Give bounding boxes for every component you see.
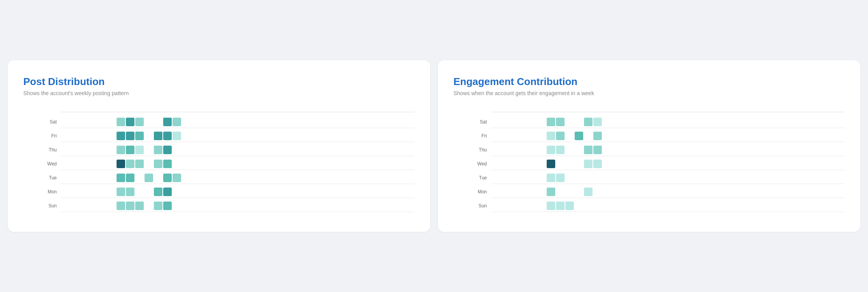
chart-cell (135, 118, 144, 126)
chart-cell (61, 188, 69, 196)
chart-cell (135, 188, 144, 196)
chart-cell (163, 188, 172, 196)
chart-cell (547, 118, 555, 126)
chart-cell (584, 202, 593, 210)
table-row: Mon (472, 185, 845, 198)
chart-cell (89, 188, 97, 196)
card-post-distribution: Post DistributionShows the account's wee… (8, 60, 430, 232)
chart-cell (126, 146, 134, 154)
chart-cell (509, 202, 518, 210)
chart-cell (500, 174, 509, 182)
chart-cell (145, 174, 153, 182)
chart-cell (603, 160, 611, 168)
chart-cell (117, 146, 125, 154)
chart-cell (500, 160, 509, 168)
chart-cell (79, 132, 88, 140)
chart-cell (603, 202, 611, 210)
chart-cell (154, 132, 162, 140)
chart-cell (163, 132, 172, 140)
chart-cell (79, 174, 88, 182)
row-label: Tue (42, 175, 61, 181)
chart-cell (145, 202, 153, 210)
post-distribution-subtitle: Shows the account's weekly posting patte… (23, 90, 415, 96)
chart-cell (556, 132, 565, 140)
chart-cell (603, 132, 611, 140)
chart-cell (584, 174, 593, 182)
chart-cell (519, 188, 527, 196)
chart-cell (98, 202, 106, 210)
chart-cell (135, 132, 144, 140)
chart-cell (70, 202, 78, 210)
chart-cell (547, 202, 555, 210)
row-label: Sun (472, 203, 491, 209)
chart-cell (107, 132, 116, 140)
chart-cell (500, 132, 509, 140)
chart-cell (117, 160, 125, 168)
post-distribution-title: Post Distribution (23, 76, 415, 88)
chart-cell (89, 174, 97, 182)
chart-cell (537, 188, 546, 196)
chart-cell (584, 146, 593, 154)
chart-cell (61, 132, 69, 140)
chart-cell (575, 174, 583, 182)
engagement-contribution-chart: SatFriThuWedTueMonSun (453, 112, 845, 212)
chart-cell (491, 118, 499, 126)
chart-cell (70, 174, 78, 182)
row-label: Wed (472, 161, 491, 167)
chart-cell (61, 202, 69, 210)
chart-cell (575, 132, 583, 140)
chart-cell (79, 118, 88, 126)
table-row: Tue (472, 171, 845, 184)
chart-cell (500, 146, 509, 154)
chart-cell (173, 188, 181, 196)
chart-cell (491, 188, 499, 196)
chart-cell (89, 118, 97, 126)
row-label: Thu (42, 147, 61, 153)
chart-cell (593, 174, 602, 182)
chart-cell (173, 202, 181, 210)
chart-cell (491, 146, 499, 154)
row-label: Tue (472, 175, 491, 181)
chart-cell (98, 174, 106, 182)
chart-cell (556, 160, 565, 168)
chart-cell (70, 118, 78, 126)
chart-cell (173, 174, 181, 182)
row-label: Sat (42, 119, 61, 125)
chart-cell (107, 174, 116, 182)
chart-cell (98, 118, 106, 126)
chart-cell (547, 174, 555, 182)
chart-cell (575, 146, 583, 154)
chart-cell (584, 160, 593, 168)
chart-cell (537, 160, 546, 168)
table-row: Fri (472, 129, 845, 143)
engagement-contribution-title: Engagement Contribution (453, 76, 845, 88)
chart-cell (556, 146, 565, 154)
chart-cell (603, 188, 611, 196)
chart-cell (547, 160, 555, 168)
chart-cell (107, 188, 116, 196)
chart-cell (61, 146, 69, 154)
chart-cell (117, 202, 125, 210)
table-row: Wed (42, 157, 415, 170)
chart-cell (519, 160, 527, 168)
main-container: Post DistributionShows the account's wee… (8, 60, 860, 232)
post-distribution-chart: SatFriThuWedTueMonSun (23, 112, 415, 212)
chart-cell (145, 188, 153, 196)
chart-cell (154, 160, 162, 168)
chart-cell (519, 174, 527, 182)
row-label: Mon (42, 189, 61, 195)
chart-cell (519, 118, 527, 126)
chart-cell (509, 146, 518, 154)
chart-cell (491, 202, 499, 210)
chart-cell (565, 132, 574, 140)
chart-cell (575, 160, 583, 168)
chart-cell (61, 160, 69, 168)
chart-cell (537, 146, 546, 154)
chart-cell (126, 132, 134, 140)
chart-cell (173, 160, 181, 168)
table-row: Sat (42, 115, 415, 129)
chart-cell (117, 132, 125, 140)
chart-cell (163, 174, 172, 182)
chart-cell (135, 146, 144, 154)
chart-cell (509, 174, 518, 182)
